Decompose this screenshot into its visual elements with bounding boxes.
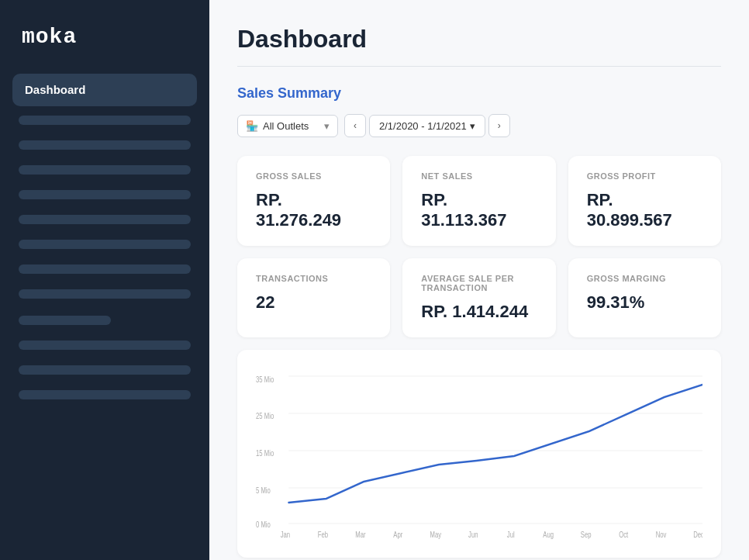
sidebar-skeleton-12 [19,390,191,399]
x-label-aug: Aug [543,530,554,539]
transactions-label: TRANSACTIONS [256,274,371,283]
stat-card-gross-profit: GROSS PROFIT RP. 30.899.567 [568,156,721,246]
logo-text: moka [22,25,77,49]
y-label-25mio: 25 Mio [256,411,274,421]
gross-margin-label: GROSS MARGING [587,274,702,283]
sidebar-skeleton-11 [19,365,191,375]
x-label-may: May [430,530,442,539]
gross-sales-value: RP. 31.276.249 [256,190,371,230]
net-sales-value: RP. 31.113.367 [421,190,537,230]
filter-bar: 🏪 All Outlets ▾ ‹ 2/1/2020 - 1/1/2021 ▾ … [237,114,721,137]
outlet-filter[interactable]: 🏪 All Outlets ▾ [237,115,338,137]
stats-grid-row2: TRANSACTIONS 22 AVERAGE SALE PER TRANSAC… [237,258,721,337]
stats-grid-row1: GROSS SALES RP. 31.276.249 NET SALES RP.… [237,156,721,246]
date-nav: ‹ 2/1/2020 - 1/1/2021 ▾ › [344,114,510,137]
y-label-0mio: 0 Mio [256,520,271,530]
chart-container: 35 Mio 25 Mio 15 Mio 5 Mio 0 Mio Jan Feb… [256,368,702,539]
x-label-jul: Jul [507,530,515,539]
y-label-15mio: 15 Mio [256,448,274,458]
sidebar-skeleton-10 [19,340,191,350]
stat-card-avg-sale: AVERAGE SALE PER TRANSACTION RP. 1.414.2… [402,258,555,337]
stat-card-net-sales: NET SALES RP. 31.113.367 [402,156,555,246]
net-sales-label: NET SALES [421,171,537,181]
sidebar-skeleton-9 [19,316,111,325]
gross-profit-label: GROSS PROFIT [587,171,702,181]
x-label-nov: Nov [656,530,667,539]
section-title: Sales Summary [237,85,721,102]
stat-card-transactions: TRANSACTIONS 22 [237,258,390,337]
avg-sale-value: RP. 1.414.244 [421,302,537,322]
y-label-35mio: 35 Mio [256,375,274,385]
sidebar-skeleton-5 [19,215,191,224]
main-content: Dashboard Sales Summary 🏪 All Outlets ▾ … [209,0,749,560]
prev-date-button[interactable]: ‹ [344,114,366,137]
page-title: Dashboard [237,25,721,54]
sidebar-skeleton-1 [19,116,191,125]
x-label-mar: Mar [355,530,365,539]
gross-margin-value: 99.31% [587,292,702,313]
x-label-jan: Jan [281,530,290,539]
x-label-jun: Jun [468,530,478,539]
date-chevron-icon: ▾ [470,120,475,132]
app-logo: moka [12,19,197,67]
sidebar: moka Dashboard [0,0,209,560]
store-icon: 🏪 [246,120,258,132]
next-date-button[interactable]: › [488,114,510,137]
sidebar-skeleton-2 [19,140,191,150]
x-label-dec: Dec [693,530,702,539]
x-label-oct: Oct [619,530,628,539]
y-label-5mio: 5 Mio [256,486,271,496]
sidebar-skeleton-7 [19,264,191,274]
stat-card-gross-margin: GROSS MARGING 99.31% [568,258,721,337]
sidebar-skeleton-4 [19,190,191,199]
date-range-button[interactable]: 2/1/2020 - 1/1/2021 ▾ [369,115,485,137]
chart-line [288,385,702,503]
gross-sales-label: GROSS SALES [256,171,371,181]
avg-sale-label: AVERAGE SALE PER TRANSACTION [421,274,537,292]
sidebar-skeleton-8 [19,289,191,299]
title-divider [237,66,721,67]
transactions-value: 22 [256,292,371,313]
stat-card-gross-sales: GROSS SALES RP. 31.276.249 [237,156,390,246]
chart-svg: 35 Mio 25 Mio 15 Mio 5 Mio 0 Mio Jan Feb… [256,368,702,539]
chart-card: 35 Mio 25 Mio 15 Mio 5 Mio 0 Mio Jan Feb… [237,350,721,558]
sidebar-skeleton-3 [19,165,191,175]
x-label-sep: Sep [581,530,592,539]
outlet-label: All Outlets [263,120,309,132]
sidebar-item-label: Dashboard [25,83,85,96]
date-range-label: 2/1/2020 - 1/1/2021 [379,120,467,132]
sidebar-item-dashboard[interactable]: Dashboard [12,74,197,106]
x-label-feb: Feb [318,530,328,539]
gross-profit-value: RP. 30.899.567 [587,190,702,230]
chevron-down-icon: ▾ [324,120,330,132]
x-label-apr: Apr [393,530,402,539]
sidebar-skeleton-6 [19,240,191,249]
